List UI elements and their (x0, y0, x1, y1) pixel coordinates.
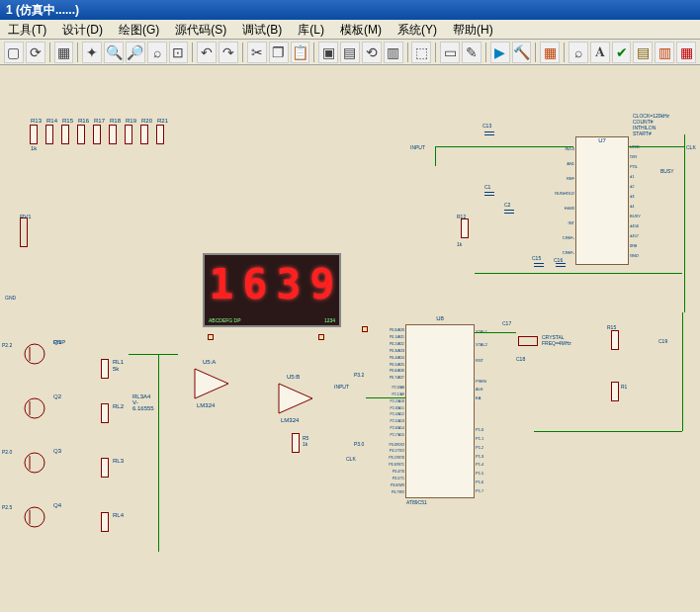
block-rotate-icon[interactable]: ⟲ (362, 42, 382, 63)
r12-label: R12 (457, 214, 466, 219)
zoom-fit-icon[interactable]: ⊡ (169, 42, 189, 63)
wire-icon[interactable]: ▶ (490, 42, 510, 63)
grid-icon[interactable]: ▦ (54, 42, 74, 63)
c1-cap (484, 192, 494, 196)
r15b-label: R15 (607, 324, 616, 330)
r12-val: 1k (457, 241, 462, 247)
block-copy-icon[interactable]: ▣ (318, 42, 338, 63)
r15b (611, 330, 619, 350)
netlist-icon[interactable]: ▤ (633, 42, 653, 63)
zoom-in-icon[interactable]: 🔍 (104, 42, 124, 63)
cut-icon[interactable]: ✂ (247, 42, 267, 63)
bom-icon[interactable]: ▥ (655, 42, 674, 63)
gnd-label: GND (5, 295, 16, 301)
p32-net: P3.2 (354, 372, 364, 378)
zoom-out-icon[interactable]: 🔎 (126, 42, 145, 63)
c1-label: C1 (484, 184, 490, 190)
digit-3: 3 (272, 255, 306, 325)
aerial-icon[interactable]: ▦ (540, 42, 560, 63)
undo-icon[interactable]: ↶ (197, 42, 217, 63)
menu-library[interactable]: 库(L) (290, 20, 332, 39)
svg-point-0 (25, 344, 44, 364)
opamp-u5a: U5:A LM324 (193, 367, 232, 403)
opamp-u5b: U5:B LM324 (277, 382, 316, 418)
r5-val: 1k (303, 441, 307, 447)
menu-tools[interactable]: 工具(T) (0, 20, 54, 39)
r1 (611, 382, 619, 401)
c15-cap (534, 263, 544, 267)
chip-u7: U7 IN/L0AN1REFRUNHOLDHiS/BINTCREF-CREF- … (575, 136, 629, 265)
paste-icon[interactable]: 📋 (291, 42, 310, 63)
clk-net: CLK (686, 144, 696, 150)
hammer-icon[interactable]: 🔨 (512, 42, 532, 63)
svg-point-6 (25, 507, 44, 527)
seg-pins-right: 1234 (324, 317, 335, 323)
new-icon[interactable]: ▢ (4, 42, 24, 63)
chip-u8: U8 P0.0/AD0P0.1/AD1P0.2/AD2P0.3/AD3P0.4/… (405, 324, 475, 498)
input-net: INPUT (410, 144, 425, 150)
resistor-bank: R131k R14 R15 R16 R17 R18 R19 R20 R21 (30, 125, 164, 144)
block-move-icon[interactable]: ▤ (340, 42, 360, 63)
erc-icon[interactable]: ✔ (612, 42, 632, 63)
c17-label: C17 (502, 320, 511, 326)
zoom-area-icon[interactable]: ⌕ (147, 42, 167, 63)
redraw-icon[interactable]: ⟳ (26, 42, 45, 63)
digit-4: 9 (306, 255, 339, 325)
p22-net: P2.2 (2, 342, 12, 348)
toolbar: ▢ ⟳ ▦ ✦ 🔍 🔎 ⌕ ⊡ ↶ ↷ ✂ ❐ 📋 ▣ ▤ ⟲ ▥ ⬚ ▭ ✎ … (0, 40, 700, 65)
menu-debug[interactable]: 调试(B) (234, 20, 290, 39)
c2-cap (504, 210, 514, 214)
digit-2: 6 (238, 255, 272, 325)
menu-help[interactable]: 帮助(H) (445, 20, 501, 39)
package-icon[interactable]: ▭ (440, 42, 460, 63)
c13-cap (484, 131, 494, 135)
rv1-pot: RV1 (20, 214, 28, 247)
svg-point-4 (25, 453, 44, 473)
c2-label: C2 (504, 202, 510, 208)
property-icon[interactable]: 𝐀 (590, 42, 610, 63)
svg-point-2 (25, 398, 44, 418)
c16-cap (556, 263, 566, 267)
p20-net: P2.0 (2, 449, 12, 455)
title-bar: 1 (仿真中......) (0, 0, 700, 20)
crystal-freq: FREQ=4MHz (542, 340, 571, 346)
menu-source[interactable]: 源代码(S) (167, 20, 234, 39)
menu-bar: 工具(T) 设计(D) 绘图(G) 源代码(S) 调试(B) 库(L) 模板(M… (0, 20, 700, 40)
svg-marker-8 (195, 369, 228, 398)
schematic-canvas[interactable]: R131k R14 R15 R16 R17 R18 R19 R20 R21 1 … (0, 65, 700, 612)
c18-label: C18 (516, 356, 525, 362)
c19-label: C19 (658, 338, 667, 344)
c15-label: C15 (532, 255, 541, 261)
menu-template[interactable]: 模板(M) (332, 20, 390, 39)
block-delete-icon[interactable]: ▥ (384, 42, 403, 63)
busy-net: BUSY (660, 168, 674, 174)
u7-start-label: START# (633, 131, 652, 136)
search-icon[interactable]: ⌕ (569, 42, 588, 63)
svg-marker-9 (279, 384, 312, 413)
menu-draw[interactable]: 绘图(G) (111, 20, 167, 39)
r12 (461, 219, 469, 238)
clk-net-2: CLK (346, 456, 356, 462)
copy-icon[interactable]: ❐ (269, 42, 289, 63)
menu-design[interactable]: 设计(D) (54, 20, 111, 39)
r1-label: R1 (621, 384, 627, 390)
decompose-icon[interactable]: ✎ (462, 42, 481, 63)
origin-icon[interactable]: ✦ (82, 42, 102, 63)
menu-system[interactable]: 系统(Y) (390, 20, 445, 39)
ares-icon[interactable]: ▦ (676, 42, 696, 63)
r5 (292, 433, 300, 453)
crystal (518, 336, 538, 346)
redo-icon[interactable]: ↷ (219, 42, 238, 63)
digit-1: 1 (205, 255, 238, 325)
p25-net: P2.5 (2, 504, 12, 510)
input-net-2: INPUT (334, 384, 349, 390)
p30-net: P3.0 (354, 441, 364, 447)
c13-label: C13 (482, 123, 491, 129)
pick-icon[interactable]: ⬚ (411, 42, 431, 63)
seven-seg-display: 1 6 3 9 ABCDEFG DP 1234 (203, 253, 341, 327)
seg-pins-left: ABCDEFG DP (209, 317, 241, 323)
